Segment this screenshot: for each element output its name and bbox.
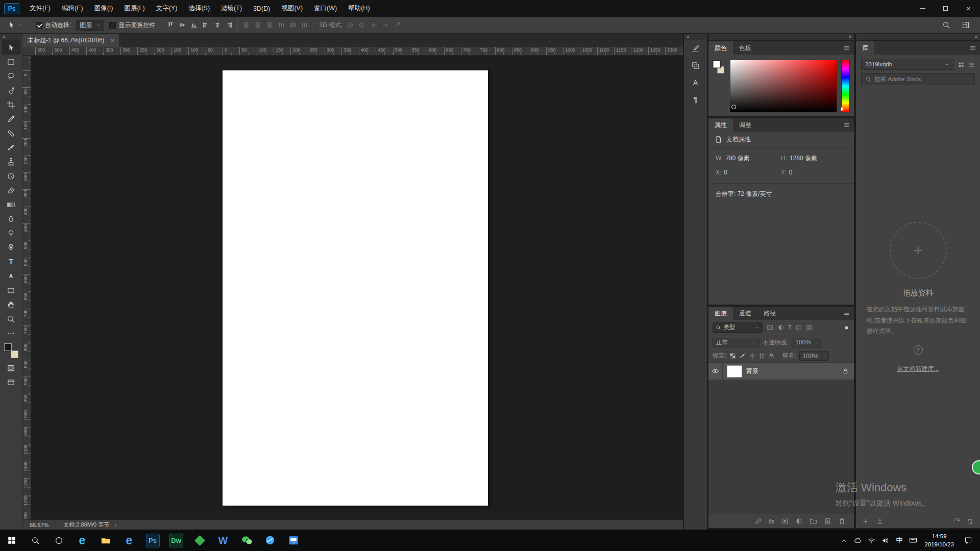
cloud-tray-button[interactable] (851, 530, 865, 551)
ime-indicator[interactable]: 中 (892, 530, 906, 551)
properties-panel-menu-button[interactable] (840, 118, 854, 132)
distribute-hcenter-button[interactable] (289, 21, 297, 29)
tab-paths[interactable]: 路径 (757, 307, 782, 320)
new-library-from-document-link[interactable]: 从文档新建库... (897, 365, 939, 373)
slide-3d-button[interactable] (382, 21, 389, 29)
align-hcenter-button[interactable] (214, 21, 221, 29)
lock-transparent-button[interactable] (729, 353, 736, 359)
search-button[interactable] (940, 19, 952, 31)
zoom-tool[interactable] (2, 312, 21, 326)
distribute-bottom-button[interactable] (266, 21, 273, 29)
layer-visibility-toggle[interactable] (708, 363, 723, 380)
crop-tool[interactable] (2, 97, 21, 112)
delete-layer-button[interactable] (838, 517, 846, 525)
background-color-swatch[interactable] (11, 350, 18, 358)
library-search-box[interactable]: 搜索 Adobe Stock (861, 73, 975, 85)
saturation-brightness-field[interactable] (730, 60, 837, 112)
dodge-tool[interactable] (2, 226, 21, 240)
path-selection-tool[interactable] (2, 269, 21, 283)
taskbar-edge-button[interactable]: e (70, 530, 94, 551)
tab-libraries[interactable]: 库 (856, 41, 874, 55)
align-left-button[interactable] (202, 21, 209, 29)
document-tab-close[interactable]: × (110, 37, 114, 44)
distribute-right-button[interactable] (301, 21, 308, 29)
lock-artboard-button[interactable] (758, 353, 765, 359)
filter-shape-button[interactable] (795, 324, 802, 331)
layer-filter-dropdown[interactable]: 类型 (713, 322, 763, 333)
zoom-field[interactable]: 66.67% (30, 522, 48, 528)
network-tray-button[interactable] (865, 530, 878, 551)
color-picker-cursor[interactable] (731, 105, 736, 109)
auto-select-checkbox[interactable]: 自动选择: (36, 21, 71, 30)
menu-item-10[interactable]: 帮助(H) (342, 0, 375, 17)
filter-type-button[interactable]: T (788, 324, 792, 330)
lasso-tool[interactable] (2, 69, 21, 83)
align-bottom-button[interactable] (190, 21, 198, 29)
ruler-corner[interactable] (22, 47, 31, 56)
rotate-3d-button[interactable] (347, 21, 354, 29)
gradient-tool[interactable] (2, 197, 21, 212)
menu-item-6[interactable]: 滤镜(T) (215, 0, 248, 17)
menu-item-5[interactable]: 选择(S) (183, 0, 215, 17)
volume-tray-button[interactable] (878, 530, 892, 551)
link-layers-button[interactable] (754, 517, 762, 525)
chevron-up-tray-button[interactable] (837, 530, 851, 551)
grid-view-button[interactable] (958, 60, 965, 69)
move-tool[interactable] (2, 40, 21, 55)
history-brush-tool[interactable] (2, 169, 21, 183)
lock-all-button[interactable] (768, 353, 775, 359)
close-button[interactable]: × (957, 0, 980, 17)
pasteboard[interactable] (31, 56, 683, 519)
brush-settings-button[interactable] (684, 40, 707, 57)
action-center-button[interactable] (959, 530, 978, 551)
opacity-dropdown[interactable]: 100% (792, 338, 822, 347)
lock-position-button[interactable] (749, 353, 755, 359)
show-transform-checkbox[interactable]: 显示变换控件 (109, 21, 155, 30)
lock-pixels-button[interactable] (739, 353, 746, 359)
upload-button[interactable] (876, 518, 884, 525)
roll-3d-button[interactable] (358, 21, 365, 29)
screen-mode-button[interactable] (2, 375, 21, 389)
taskbar-internet-explorer-button[interactable]: e (117, 530, 141, 551)
color-panel-menu-button[interactable] (840, 41, 854, 55)
add-element-button[interactable] (862, 518, 869, 525)
foreground-color-swatch[interactable] (713, 61, 720, 68)
panels-collapse-handle[interactable]: » (708, 34, 854, 40)
hue-slider-marker[interactable] (841, 107, 844, 111)
menu-item-1[interactable]: 编辑(E) (56, 0, 89, 17)
blur-tool[interactable] (2, 212, 21, 226)
taskbar-wps-button[interactable]: W (211, 530, 235, 551)
filter-smart-button[interactable] (806, 324, 813, 331)
layer-effects-button[interactable]: fx (769, 518, 774, 524)
blend-mode-dropdown[interactable]: 正常 (713, 338, 760, 347)
quick-mask-button[interactable] (2, 361, 21, 375)
fill-dropdown[interactable]: 100% (799, 351, 829, 361)
menu-item-3[interactable]: 图层(L) (118, 0, 150, 17)
help-button[interactable]: ? (914, 345, 923, 355)
spot-healing-tool[interactable] (2, 126, 21, 140)
distribute-vcenter-button[interactable] (254, 21, 261, 29)
tab-properties[interactable]: 属性 (708, 118, 733, 132)
library-select-dropdown[interactable]: 2019lxrjdh (861, 59, 953, 70)
layers-panel-menu-button[interactable] (840, 307, 854, 320)
auto-select-target-dropdown[interactable]: 图层 (76, 20, 104, 31)
canvas[interactable] (223, 70, 488, 506)
taskbar-start-button[interactable] (0, 530, 23, 551)
tool-preset[interactable] (5, 20, 24, 30)
clone-source-button[interactable] (684, 57, 707, 74)
new-layer-button[interactable] (824, 517, 831, 525)
tab-color[interactable]: 颜色 (708, 41, 733, 55)
tab-adjustments[interactable]: 调整 (733, 118, 757, 132)
menu-item-8[interactable]: 视图(V) (276, 0, 308, 17)
status-menu-chevron[interactable]: › (114, 522, 116, 528)
taskbar-tim-button[interactable] (258, 530, 282, 551)
drop-target-circle[interactable]: + (890, 222, 947, 279)
distribute-top-button[interactable] (242, 21, 250, 29)
hue-slider[interactable] (841, 60, 850, 112)
align-top-button[interactable] (167, 21, 174, 29)
adjustment-layer-button[interactable] (795, 517, 803, 525)
menu-item-7[interactable]: 3D(D) (248, 0, 276, 17)
taskbar-diamond-app-button[interactable] (188, 530, 211, 551)
scale-3d-button[interactable] (394, 21, 401, 29)
paragraph-panel-button[interactable]: ¶ (684, 91, 707, 108)
